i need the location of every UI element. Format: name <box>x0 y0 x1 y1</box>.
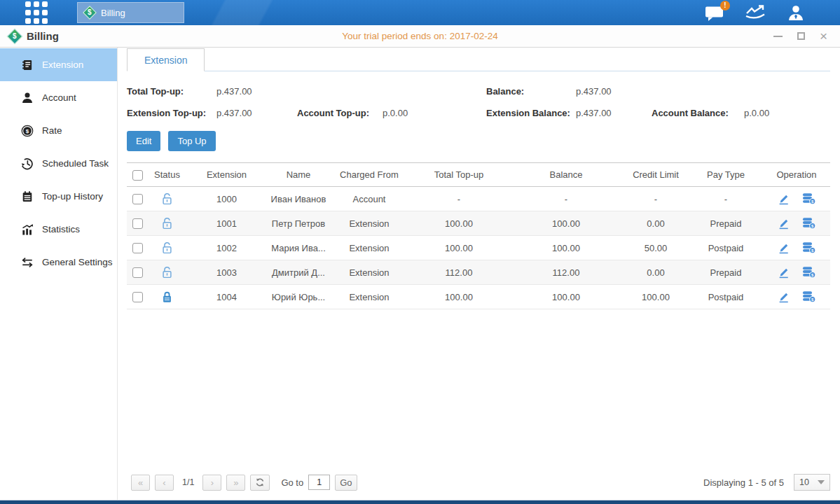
edit-row-button[interactable] <box>777 218 790 230</box>
goto-page-input[interactable] <box>308 475 330 490</box>
sidebar-item-label: Statistics <box>42 224 80 234</box>
total-topup-label: Total Top-up: <box>127 86 216 97</box>
table-row: 1000Иван ИвановAccount----$ <box>127 187 830 211</box>
billing-diamond-icon: $ <box>83 6 97 20</box>
sidebar-item-extension[interactable]: Extension <box>0 48 117 81</box>
topup-row-button[interactable]: $ <box>801 217 816 230</box>
cell-charged-from: Extension <box>330 236 408 260</box>
sidebar-item-label: General Settings <box>42 257 113 267</box>
ledger-icon <box>21 190 34 203</box>
tab-extension[interactable]: Extension <box>127 48 205 71</box>
edit-row-button[interactable] <box>777 291 790 303</box>
col-total-topup: Total Top-up <box>408 163 509 187</box>
unlocked-icon <box>161 192 173 205</box>
cell-name: Дмитрий Д... <box>267 260 330 285</box>
minimize-icon[interactable] <box>773 36 783 37</box>
total-topup-value: p.437.00 <box>216 86 297 97</box>
cell-extension: 1001 <box>186 211 267 236</box>
status-unlocked <box>161 241 173 254</box>
app-grid-icon[interactable] <box>25 1 48 24</box>
first-page-button[interactable]: « <box>131 475 150 491</box>
cell-balance: - <box>509 187 623 211</box>
row-checkbox[interactable] <box>132 243 143 253</box>
col-operation: Operation <box>763 163 830 187</box>
prev-page-button[interactable]: ‹ <box>155 475 174 491</box>
sidebar-item-rate[interactable]: $ Rate <box>0 114 117 147</box>
select-all-checkbox[interactable] <box>132 170 143 181</box>
cell-credit-limit: 0.00 <box>623 260 689 285</box>
topup-row-button[interactable]: $ <box>801 266 816 279</box>
sidebar-item-label: Extension <box>42 59 83 70</box>
sidebar-item-statistics[interactable]: Statistics <box>0 213 117 246</box>
page-size-select[interactable]: 10 <box>794 474 830 491</box>
taskbar-tab-billing[interactable]: $ Billing <box>77 2 184 23</box>
page-size-value: 10 <box>799 477 809 487</box>
dollar-circle-icon: $ <box>21 125 34 137</box>
topup-row-button[interactable]: $ <box>801 241 816 254</box>
notification-badge: ! <box>720 1 730 10</box>
close-icon[interactable]: × <box>820 31 827 41</box>
table-row: 1004Юрий Юрь...Extension100.00100.00100.… <box>127 285 830 309</box>
extension-topup-value: p.437.00 <box>216 108 297 118</box>
top-up-coins-icon: $ <box>801 217 816 230</box>
edit-pencil-icon <box>777 193 790 205</box>
sidebar-item-label: Scheduled Task <box>42 158 109 169</box>
last-page-button[interactable]: » <box>226 475 245 491</box>
edit-pencil-icon <box>777 291 790 303</box>
taskbar: $ Billing ! <box>0 0 840 25</box>
statistics-chart-icon[interactable] <box>745 4 766 21</box>
cell-name: Мария Ива... <box>267 236 330 260</box>
sidebar-item-label: Rate <box>42 125 62 136</box>
edit-row-button[interactable] <box>777 267 790 279</box>
notifications-chat-icon[interactable]: ! <box>705 5 724 21</box>
top-up-coins-icon: $ <box>801 266 816 279</box>
topup-row-button[interactable]: $ <box>801 290 816 303</box>
status-locked <box>161 290 173 303</box>
table-row: 1001Петр ПетровExtension100.00100.000.00… <box>127 211 830 236</box>
row-checkbox[interactable] <box>132 218 143 229</box>
status-unlocked <box>161 217 173 230</box>
edit-row-button[interactable] <box>777 193 790 205</box>
balance-summary: Total Top-up: p.437.00 Balance: p.437.00… <box>127 80 830 124</box>
extension-balance-label: Extension Balance: <box>486 108 576 118</box>
col-name: Name <box>267 163 330 187</box>
balance-label: Balance: <box>486 86 576 97</box>
cell-extension: 1004 <box>186 285 267 309</box>
topup-row-button[interactable]: $ <box>801 192 816 205</box>
col-charged-from: Charged From <box>330 163 408 187</box>
row-checkbox[interactable] <box>132 292 143 302</box>
row-checkbox[interactable] <box>132 194 143 204</box>
person-icon <box>21 92 34 104</box>
row-checkbox[interactable] <box>132 267 143 278</box>
refresh-button[interactable] <box>250 475 270 491</box>
cell-balance: 100.00 <box>509 211 623 236</box>
titlebar: $ Billing Your trial period ends on: 201… <box>0 25 840 48</box>
sidebar-item-scheduled-task[interactable]: Scheduled Task <box>0 147 117 180</box>
cell-charged-from: Extension <box>330 260 408 285</box>
account-topup-value: p.0.00 <box>383 108 486 118</box>
edit-button[interactable]: Edit <box>127 131 160 151</box>
cell-charged-from: Extension <box>330 211 408 236</box>
chevron-down-icon <box>818 480 825 484</box>
extension-topup-label: Extension Top-up: <box>127 108 216 118</box>
cell-credit-limit: 100.00 <box>623 285 689 309</box>
window-controls: × <box>773 31 827 41</box>
go-button[interactable]: Go <box>335 475 357 491</box>
maximize-icon[interactable] <box>797 32 805 40</box>
billing-window: $ Billing ! <box>0 0 840 504</box>
main-content: Extension Total Top-up: p.437.00 Balance… <box>118 48 840 500</box>
cell-pay-type: - <box>689 187 763 211</box>
extension-balance-value: p.437.00 <box>576 108 652 118</box>
cell-total-topup: 100.00 <box>408 236 509 260</box>
top-up-coins-icon: $ <box>801 192 816 205</box>
sidebar-item-general-settings[interactable]: General Settings <box>0 246 117 279</box>
sidebar-item-account[interactable]: Account <box>0 81 117 114</box>
sidebar-item-topup-history[interactable]: Top-up History <box>0 180 117 213</box>
col-pay-type: Pay Type <box>689 163 763 187</box>
top-up-button[interactable]: Top Up <box>168 131 215 151</box>
edit-row-button[interactable] <box>777 242 790 254</box>
next-page-button[interactable]: › <box>202 475 221 491</box>
user-account-icon[interactable] <box>787 5 805 21</box>
cell-name: Юрий Юрь... <box>267 285 330 309</box>
balance-value: p.437.00 <box>576 86 652 97</box>
